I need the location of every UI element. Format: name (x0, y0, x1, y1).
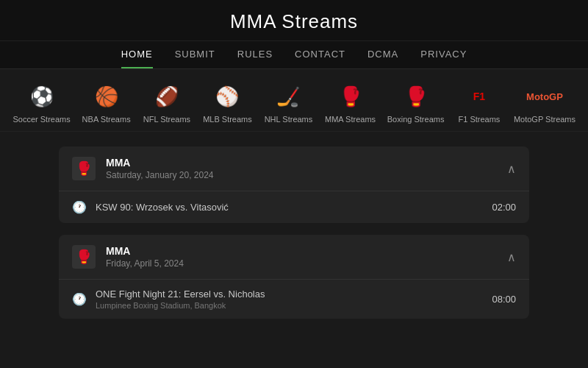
event-date-2: Friday, April 5, 2024 (106, 258, 184, 269)
nav-contact[interactable]: CONTACT (295, 49, 345, 68)
mma-sport-icon-2: 🥊 (72, 245, 96, 269)
mlb-label: MLB Streams (203, 115, 252, 124)
sport-motogp[interactable]: MotoGP MotoGP Streams (509, 82, 581, 124)
event-header-left-1: 🥊 MMA Saturday, January 20, 2024 (72, 157, 214, 180)
soccer-label: Soccer Streams (12, 115, 70, 124)
main-content: 🥊 MMA Saturday, January 20, 2024 ∧ 🕐 KSW… (0, 132, 588, 345)
match-info-1: KSW 90: Wrzosek vs. Vitasović (96, 202, 483, 213)
event-header-left-2: 🥊 MMA Friday, April 5, 2024 (72, 245, 184, 269)
nhl-icon: 🏒 (274, 82, 302, 110)
match-time-2: 08:00 (492, 294, 516, 305)
match-info-2: ONE Fight Night 21: Eersel vs. Nicholas … (96, 289, 483, 310)
sport-boxing[interactable]: 🥊 Boxing Streams (381, 82, 450, 124)
match-venue-2: Lumpinee Boxing Stadium, Bangkok (96, 301, 483, 310)
match-row-2: 🕐 ONE Fight Night 21: Eersel vs. Nichola… (59, 280, 529, 319)
match-time-1: 02:00 (492, 202, 516, 213)
nhl-label: NHL Streams (265, 115, 313, 124)
mma-sport-icon-1: 🥊 (72, 157, 96, 180)
match-name-1: KSW 90: Wrzosek vs. Vitasović (96, 202, 483, 213)
sport-mma[interactable]: 🥊 MMA Streams (319, 82, 382, 124)
event-card-2: 🥊 MMA Friday, April 5, 2024 ∧ 🕐 ONE Figh… (59, 235, 529, 319)
clock-icon-1: 🕐 (72, 200, 87, 214)
event-meta-1: MMA Saturday, January 20, 2024 (106, 157, 214, 180)
event-date-1: Saturday, January 20, 2024 (106, 170, 214, 180)
main-nav: HOME SUBMIT RULES CONTACT DCMA PRIVACY (0, 41, 588, 69)
sport-nba[interactable]: 🏀 NBA Streams (76, 82, 137, 124)
clock-icon-2: 🕐 (72, 292, 87, 306)
sports-bar: ⚽ Soccer Streams 🏀 NBA Streams 🏈 NFL Str… (0, 69, 588, 132)
nav-home[interactable]: HOME (121, 49, 153, 68)
match-name-2: ONE Fight Night 21: Eersel vs. Nicholas (96, 289, 483, 300)
match-row-1: 🕐 KSW 90: Wrzosek vs. Vitasović 02:00 (59, 191, 529, 223)
sport-mlb[interactable]: ⚾ MLB Streams (197, 82, 258, 124)
sport-soccer[interactable]: ⚽ Soccer Streams (7, 82, 76, 124)
nba-icon: 🏀 (93, 82, 121, 110)
sport-f1[interactable]: F1 F1 Streams (450, 82, 509, 124)
boxing-label: Boxing Streams (387, 115, 445, 124)
nav-privacy[interactable]: PRIVACY (420, 49, 467, 68)
nav-dcma[interactable]: DCMA (368, 49, 398, 68)
event-header-2: 🥊 MMA Friday, April 5, 2024 ∧ (59, 235, 529, 280)
event-title-1: MMA (106, 157, 214, 169)
page-title: MMA Streams (0, 10, 588, 33)
sport-nhl[interactable]: 🏒 NHL Streams (258, 82, 319, 124)
nba-label: NBA Streams (82, 115, 131, 124)
mma-icon: 🥊 (337, 82, 365, 110)
motogp-label: MotoGP Streams (514, 115, 576, 124)
f1-label: F1 Streams (459, 115, 501, 124)
nav-rules[interactable]: RULES (237, 49, 273, 68)
event-title-2: MMA (106, 245, 184, 257)
event-meta-2: MMA Friday, April 5, 2024 (106, 245, 184, 269)
nfl-label: NFL Streams (143, 115, 190, 124)
mma-label: MMA Streams (325, 115, 376, 124)
motogp-icon: MotoGP (531, 82, 559, 110)
event-header-1: 🥊 MMA Saturday, January 20, 2024 ∧ (59, 146, 529, 191)
soccer-icon: ⚽ (28, 82, 56, 110)
f1-icon: F1 (465, 82, 493, 110)
collapse-icon-2[interactable]: ∧ (507, 250, 516, 264)
header: MMA Streams (0, 0, 588, 41)
collapse-icon-1[interactable]: ∧ (507, 162, 516, 176)
boxing-icon: 🥊 (402, 82, 430, 110)
sport-nfl[interactable]: 🏈 NFL Streams (137, 82, 197, 124)
event-card-1: 🥊 MMA Saturday, January 20, 2024 ∧ 🕐 KSW… (59, 146, 529, 223)
mlb-icon: ⚾ (213, 82, 241, 110)
nfl-icon: 🏈 (153, 82, 181, 110)
nav-submit[interactable]: SUBMIT (175, 49, 215, 68)
